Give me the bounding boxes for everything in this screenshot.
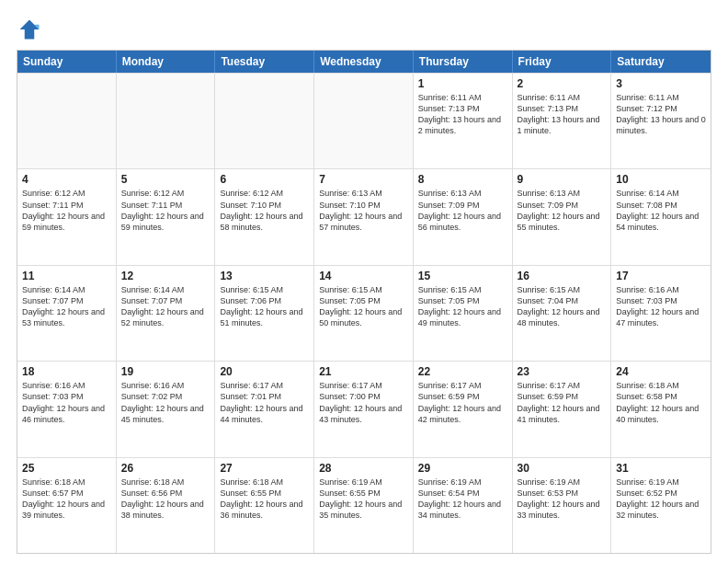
calendar-cell: 15Sunrise: 6:15 AMSunset: 7:05 PMDayligh… [414,266,513,361]
header-day-saturday: Saturday [611,51,711,73]
cell-details: Sunrise: 6:11 AMSunset: 7:13 PMDaylight:… [518,92,607,137]
day-number: 6 [220,173,309,186]
calendar-cell: 10Sunrise: 6:14 AMSunset: 7:08 PMDayligh… [611,169,711,264]
cell-details: Sunrise: 6:19 AMSunset: 6:54 PMDaylight:… [418,477,507,522]
calendar-cell: 22Sunrise: 6:17 AMSunset: 6:59 PMDayligh… [414,362,513,456]
day-number: 2 [518,77,607,90]
day-number: 26 [121,462,210,475]
calendar-cell: 3Sunrise: 6:11 AMSunset: 7:12 PMDaylight… [611,74,711,168]
calendar: SundayMondayTuesdayWednesdayThursdayFrid… [17,50,711,554]
day-number: 25 [22,462,111,475]
svg-marker-0 [20,20,40,40]
day-number: 19 [121,365,210,378]
cell-details: Sunrise: 6:11 AMSunset: 7:12 PMDaylight:… [616,92,706,137]
calendar-row-0: 1Sunrise: 6:11 AMSunset: 7:13 PMDaylight… [17,73,711,168]
cell-details: Sunrise: 6:18 AMSunset: 6:58 PMDaylight:… [616,380,706,425]
logo-icon [17,17,42,42]
calendar-cell: 30Sunrise: 6:19 AMSunset: 6:53 PMDayligh… [513,458,612,553]
calendar-cell [215,74,314,168]
cell-details: Sunrise: 6:17 AMSunset: 7:00 PMDaylight:… [319,380,408,425]
cell-details: Sunrise: 6:14 AMSunset: 7:07 PMDaylight:… [121,284,210,329]
day-number: 1 [418,77,507,90]
cell-details: Sunrise: 6:12 AMSunset: 7:11 PMDaylight:… [22,188,111,233]
day-number: 4 [22,173,111,186]
calendar-cell: 19Sunrise: 6:16 AMSunset: 7:02 PMDayligh… [117,362,216,456]
calendar-cell: 2Sunrise: 6:11 AMSunset: 7:13 PMDaylight… [513,74,612,168]
cell-details: Sunrise: 6:15 AMSunset: 7:04 PMDaylight:… [518,284,607,329]
cell-details: Sunrise: 6:17 AMSunset: 7:01 PMDaylight:… [220,380,309,425]
calendar-cell: 27Sunrise: 6:18 AMSunset: 6:55 PMDayligh… [215,458,314,553]
header-day-thursday: Thursday [414,51,513,73]
header-day-friday: Friday [513,51,612,73]
cell-details: Sunrise: 6:19 AMSunset: 6:52 PMDaylight:… [616,477,706,522]
cell-details: Sunrise: 6:17 AMSunset: 6:59 PMDaylight:… [518,380,607,425]
header-day-wednesday: Wednesday [314,51,414,73]
calendar-cell: 11Sunrise: 6:14 AMSunset: 7:07 PMDayligh… [17,266,117,361]
calendar-row-1: 4Sunrise: 6:12 AMSunset: 7:11 PMDaylight… [17,168,711,264]
calendar-cell: 20Sunrise: 6:17 AMSunset: 7:01 PMDayligh… [215,362,314,456]
calendar-cell: 9Sunrise: 6:13 AMSunset: 7:09 PMDaylight… [513,169,612,264]
calendar-cell: 29Sunrise: 6:19 AMSunset: 6:54 PMDayligh… [414,458,513,553]
day-number: 15 [418,270,507,282]
calendar-cell: 12Sunrise: 6:14 AMSunset: 7:07 PMDayligh… [117,266,216,361]
day-number: 14 [319,270,408,282]
day-number: 30 [518,462,607,475]
calendar-cell: 24Sunrise: 6:18 AMSunset: 6:58 PMDayligh… [611,362,711,456]
calendar-row-2: 11Sunrise: 6:14 AMSunset: 7:07 PMDayligh… [17,265,711,361]
calendar-cell: 31Sunrise: 6:19 AMSunset: 6:52 PMDayligh… [611,458,711,553]
cell-details: Sunrise: 6:13 AMSunset: 7:09 PMDaylight:… [518,188,607,233]
cell-details: Sunrise: 6:19 AMSunset: 6:53 PMDaylight:… [518,477,607,522]
cell-details: Sunrise: 6:15 AMSunset: 7:05 PMDaylight:… [418,284,507,329]
calendar-row-4: 25Sunrise: 6:18 AMSunset: 6:57 PMDayligh… [17,457,711,553]
header [17,17,711,42]
day-number: 20 [220,365,309,378]
calendar-cell: 5Sunrise: 6:12 AMSunset: 7:11 PMDaylight… [117,169,216,264]
day-number: 18 [22,365,111,378]
header-day-monday: Monday [117,51,216,73]
cell-details: Sunrise: 6:15 AMSunset: 7:06 PMDaylight:… [220,284,309,329]
day-number: 3 [616,77,706,90]
calendar-cell: 18Sunrise: 6:16 AMSunset: 7:03 PMDayligh… [17,362,117,456]
calendar-cell: 14Sunrise: 6:15 AMSunset: 7:05 PMDayligh… [314,266,414,361]
calendar-header: SundayMondayTuesdayWednesdayThursdayFrid… [17,51,711,73]
calendar-cell: 28Sunrise: 6:19 AMSunset: 6:55 PMDayligh… [314,458,414,553]
calendar-cell: 6Sunrise: 6:12 AMSunset: 7:10 PMDaylight… [215,169,314,264]
calendar-cell: 4Sunrise: 6:12 AMSunset: 7:11 PMDaylight… [17,169,117,264]
cell-details: Sunrise: 6:14 AMSunset: 7:08 PMDaylight:… [616,188,706,233]
calendar-cell: 23Sunrise: 6:17 AMSunset: 6:59 PMDayligh… [513,362,612,456]
header-day-tuesday: Tuesday [215,51,314,73]
cell-details: Sunrise: 6:13 AMSunset: 7:09 PMDaylight:… [418,188,507,233]
calendar-cell: 21Sunrise: 6:17 AMSunset: 7:00 PMDayligh… [314,362,414,456]
calendar-cell: 16Sunrise: 6:15 AMSunset: 7:04 PMDayligh… [513,266,612,361]
day-number: 12 [121,270,210,282]
cell-details: Sunrise: 6:16 AMSunset: 7:03 PMDaylight:… [616,284,706,329]
day-number: 22 [418,365,507,378]
calendar-body: 1Sunrise: 6:11 AMSunset: 7:13 PMDaylight… [17,73,711,553]
calendar-cell: 7Sunrise: 6:13 AMSunset: 7:10 PMDaylight… [314,169,414,264]
calendar-cell: 25Sunrise: 6:18 AMSunset: 6:57 PMDayligh… [17,458,117,553]
day-number: 9 [518,173,607,186]
day-number: 11 [22,270,111,282]
cell-details: Sunrise: 6:13 AMSunset: 7:10 PMDaylight:… [319,188,408,233]
cell-details: Sunrise: 6:18 AMSunset: 6:56 PMDaylight:… [121,477,210,522]
day-number: 10 [616,173,706,186]
day-number: 24 [616,365,706,378]
page: SundayMondayTuesdayWednesdayThursdayFrid… [0,0,728,563]
cell-details: Sunrise: 6:18 AMSunset: 6:57 PMDaylight:… [22,477,111,522]
day-number: 27 [220,462,309,475]
day-number: 16 [518,270,607,282]
calendar-cell: 13Sunrise: 6:15 AMSunset: 7:06 PMDayligh… [215,266,314,361]
day-number: 28 [319,462,408,475]
day-number: 23 [518,365,607,378]
cell-details: Sunrise: 6:12 AMSunset: 7:10 PMDaylight:… [220,188,309,233]
cell-details: Sunrise: 6:16 AMSunset: 7:03 PMDaylight:… [22,380,111,425]
cell-details: Sunrise: 6:18 AMSunset: 6:55 PMDaylight:… [220,477,309,522]
calendar-cell: 17Sunrise: 6:16 AMSunset: 7:03 PMDayligh… [611,266,711,361]
day-number: 7 [319,173,408,186]
logo [17,17,46,42]
calendar-cell [17,74,117,168]
cell-details: Sunrise: 6:17 AMSunset: 6:59 PMDaylight:… [418,380,507,425]
cell-details: Sunrise: 6:11 AMSunset: 7:13 PMDaylight:… [418,92,507,137]
day-number: 21 [319,365,408,378]
calendar-cell [314,74,414,168]
